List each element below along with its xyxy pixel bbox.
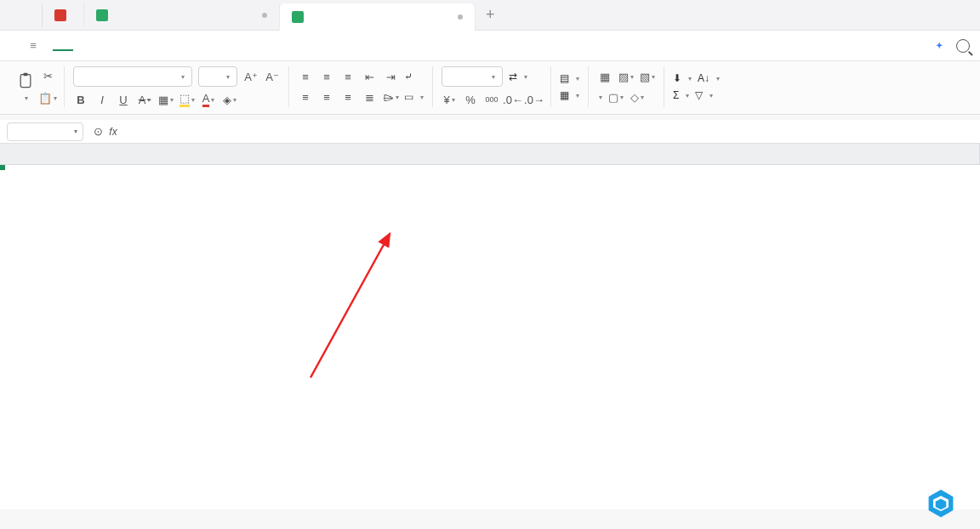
clear-format-icon[interactable]: ◈ (222, 92, 237, 107)
number-format-combo[interactable]: ▾ (442, 66, 503, 87)
menu-icon[interactable]: ≡ (26, 38, 41, 54)
menu-view[interactable] (196, 41, 216, 51)
svg-rect-1 (24, 73, 28, 76)
fx-icon[interactable]: fx (105, 124, 121, 139)
ribbon: ✂ 📋 ▾ ▾ A⁺ A⁻ B I U A ▦ ⬚ A ◈ ≡ ≡ ≡ ⇤ (0, 61, 980, 115)
search-icon[interactable] (956, 39, 970, 53)
style-group: ▦ ▨ ▧ ▢ ◇ (589, 66, 664, 107)
font-size-combo[interactable]: ▾ (198, 66, 237, 87)
menu-formula[interactable] (124, 41, 145, 51)
comma-icon[interactable]: 000 (484, 92, 499, 107)
font-shrink-icon[interactable]: A⁻ (265, 69, 280, 84)
align-left-icon[interactable]: ≡ (298, 89, 313, 105)
svg-rect-0 (20, 75, 31, 88)
modified-dot-icon (458, 14, 463, 20)
menu-home[interactable] (53, 41, 73, 51)
number-group: ▾ ⇄ ¥ % 000 .0← .0→ (433, 66, 551, 107)
cut-icon[interactable]: ✂ (40, 68, 55, 83)
paste-button[interactable] (17, 71, 34, 102)
selection-handle[interactable] (0, 165, 5, 170)
watermark-icon (926, 488, 956, 519)
indent-dec-icon[interactable]: ⇤ (362, 69, 377, 84)
name-box[interactable]: ▾ (7, 122, 83, 141)
align-center-icon[interactable]: ≡ (319, 89, 334, 105)
tab-workbook-xlsx[interactable] (84, 3, 280, 27)
add-tab-button[interactable]: + (476, 6, 505, 24)
wps-ai-button[interactable] (936, 41, 943, 50)
align-top-icon[interactable]: ≡ (298, 69, 313, 84)
cell-style-icon[interactable]: ▨ (618, 69, 634, 84)
italic-icon[interactable]: I (94, 92, 110, 107)
edit-group: ⬇ A↓ Σ ▽ (664, 66, 728, 107)
bold-icon[interactable]: B (73, 92, 88, 107)
clipboard-group: ✂ 📋 (9, 66, 65, 107)
watermark (926, 488, 963, 519)
indent-inc-icon[interactable]: ⇥ (383, 69, 398, 84)
wrap-button[interactable]: ⤶ (404, 71, 415, 82)
menu-member[interactable] (243, 41, 264, 51)
menu-efficiency[interactable] (267, 41, 288, 51)
formula-bar: ▾ ⊙ fx (0, 120, 980, 144)
filter-button[interactable]: ▽ (695, 89, 713, 101)
dec-dec-icon[interactable]: .0→ (527, 92, 542, 107)
table-style-icon[interactable]: ▦ (597, 69, 612, 84)
menu-review[interactable] (172, 41, 192, 51)
currency-icon[interactable]: ¥ (442, 92, 457, 107)
doc-icon (292, 11, 304, 23)
align-bot-icon[interactable]: ≡ (340, 69, 356, 84)
menu-page[interactable] (100, 41, 121, 51)
font-group: ▾ ▾ A⁺ A⁻ B I U A ▦ ⬚ A ◈ (65, 66, 289, 107)
sheet-button[interactable]: ▦ (560, 89, 579, 101)
tab-strip: + (0, 0, 980, 31)
zoom-icon[interactable]: ⊙ (90, 124, 105, 139)
doc-icon (96, 9, 108, 21)
fill-button[interactable]: ⬇ (673, 72, 692, 84)
align-group: ≡ ≡ ≡ ⇤ ⇥ ⤶ ≡ ≡ ≡ ≣ ⌲ ▭ (289, 66, 433, 107)
menu-tools[interactable] (219, 41, 240, 51)
align-right-icon[interactable]: ≡ (340, 89, 356, 105)
border-icon[interactable]: ▦ (158, 92, 174, 107)
font-grow-icon[interactable]: A⁺ (243, 69, 259, 84)
format-as-table-icon[interactable]: ▧ (640, 69, 655, 84)
tab-template[interactable] (43, 3, 84, 27)
spreadsheet-grid[interactable] (0, 144, 980, 509)
font-color-icon[interactable]: A (201, 92, 216, 107)
menu-ffgz[interactable] (291, 41, 311, 51)
align-just-icon[interactable]: ≣ (362, 89, 377, 105)
cells-group: ▤ ▦ (551, 66, 589, 107)
menu-insert[interactable] (77, 41, 97, 51)
underline-icon[interactable]: U (116, 92, 131, 107)
cond-format-button[interactable] (597, 94, 602, 101)
sort-button[interactable]: A↓ (698, 72, 720, 84)
percent-icon[interactable]: % (463, 92, 478, 107)
merge-button[interactable]: ▭ (404, 91, 424, 103)
menu-diy[interactable] (315, 41, 335, 51)
paste-icon (17, 71, 34, 90)
app-label (0, 3, 43, 27)
insert-shape-icon[interactable]: ▢ (608, 89, 624, 105)
menu-data[interactable] (148, 41, 168, 51)
align-mid-icon[interactable]: ≡ (319, 69, 334, 84)
svg-line-2 (311, 234, 390, 378)
font-name-combo[interactable]: ▾ (73, 66, 192, 87)
tab-workbook1[interactable] (280, 3, 476, 31)
select-all-corner[interactable] (0, 144, 980, 164)
eraser-icon[interactable]: ◇ (630, 89, 645, 105)
doc-icon (54, 9, 66, 21)
fill-color-icon[interactable]: ⬚ (179, 92, 195, 107)
modified-dot-icon (262, 13, 267, 18)
orient-icon[interactable]: ⌲ (383, 89, 398, 105)
annotation-arrow-icon (306, 229, 400, 382)
rowcol-button[interactable]: ▤ (560, 72, 579, 84)
copy-icon[interactable]: 📋 (40, 90, 55, 105)
strike-icon[interactable]: A (137, 92, 152, 107)
sum-button[interactable]: Σ (673, 89, 689, 101)
menu-bar: ≡ (0, 31, 980, 61)
formula-input[interactable] (121, 122, 980, 141)
convert-button[interactable]: ⇄ (509, 71, 527, 82)
dec-inc-icon[interactable]: .0← (505, 92, 521, 107)
